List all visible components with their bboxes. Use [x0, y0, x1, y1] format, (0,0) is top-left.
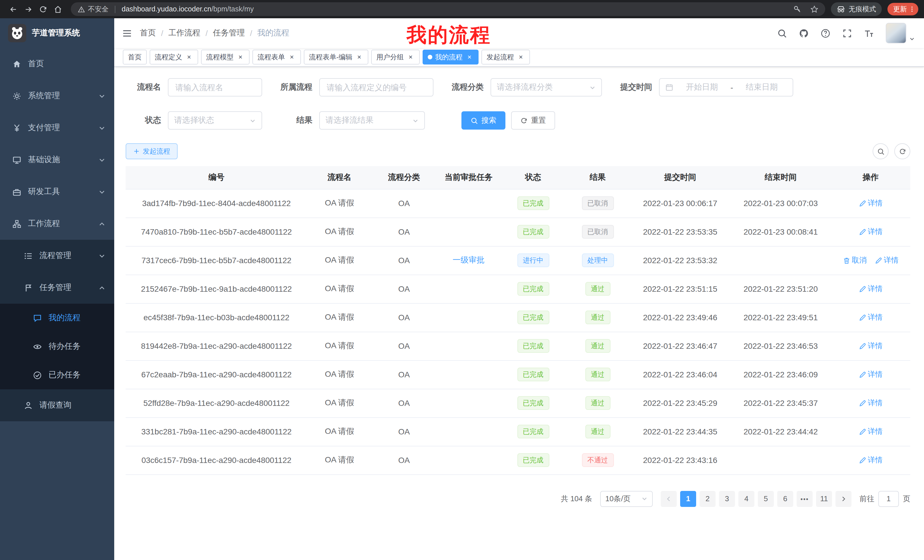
page-button[interactable]: 6	[777, 491, 793, 507]
action-detail[interactable]: 详情	[859, 284, 883, 294]
prev-page-button[interactable]	[661, 491, 677, 507]
breadcrumb-item[interactable]: 首页/	[140, 28, 168, 38]
task-link[interactable]: 一级审批	[453, 255, 484, 264]
page-button[interactable]: 5	[758, 491, 774, 507]
sidebar-item-process-mgmt[interactable]: 流程管理	[0, 240, 114, 272]
fullscreen-icon[interactable]	[842, 28, 852, 38]
cell-category: OA	[372, 360, 436, 389]
update-button[interactable]: 更新	[888, 3, 918, 15]
sidebar-item-leave-query[interactable]: 请假查询	[0, 389, 114, 421]
status-select[interactable]: 请选择状态	[168, 111, 262, 130]
header-search-icon[interactable]	[777, 28, 787, 38]
tab-close-icon[interactable]: ×	[465, 53, 473, 61]
address-bar[interactable]: 不安全 dashboard.yudao.iocoder.cn/bpm/task/…	[71, 2, 825, 16]
filter-result: 结果 请选择流结果	[280, 111, 425, 130]
action-detail[interactable]: 详情	[859, 312, 883, 322]
page-size-select[interactable]: 10条/页	[600, 491, 653, 507]
tab-close-icon[interactable]: ×	[185, 53, 193, 61]
cell-id: 7317cec6-7b9b-11ec-b5b7-acde48001122	[126, 246, 307, 275]
sidebar-item-task-mgmt[interactable]: 任务管理	[0, 272, 114, 304]
process-name-input[interactable]	[168, 78, 262, 96]
action-detail[interactable]: 详情	[859, 369, 883, 380]
tab[interactable]: 我的流程×	[423, 49, 478, 64]
search-button[interactable]: 搜索	[461, 111, 506, 130]
hamburger-icon[interactable]	[114, 18, 140, 48]
menu-label: 研发工具	[28, 187, 92, 197]
tab[interactable]: 流程表单×	[252, 49, 301, 64]
category-select[interactable]: 请选择流程分类	[490, 78, 602, 96]
date-range-picker[interactable]: 开始日期 - 结束日期	[659, 78, 793, 96]
reset-button[interactable]: 重置	[511, 111, 555, 130]
tab[interactable]: 流程定义×	[150, 49, 198, 64]
breadcrumb-item[interactable]: 工作流程/	[168, 28, 213, 38]
tab[interactable]: 流程模型×	[201, 49, 249, 64]
next-page-button[interactable]	[836, 491, 852, 507]
action-cancel[interactable]: 取消	[843, 255, 867, 265]
action-icon	[859, 228, 866, 235]
security-chip[interactable]: 不安全	[78, 4, 108, 14]
goto-page-input[interactable]	[878, 491, 899, 507]
main-area: 首页/工作流程/任务管理/我的流程 首页流程定义×流程模型×流程表单×流程表单-…	[114, 18, 924, 560]
tab-close-icon[interactable]: ×	[355, 53, 363, 61]
user-menu[interactable]	[886, 23, 915, 43]
breadcrumb-item[interactable]: 任务管理/	[213, 28, 258, 38]
bookmark-star-icon[interactable]	[810, 5, 818, 13]
result-select[interactable]: 请选择流结果	[319, 111, 425, 130]
action-detail[interactable]: 详情	[859, 455, 883, 465]
forward-icon[interactable]	[21, 2, 35, 16]
action-detail[interactable]: 详情	[859, 398, 883, 408]
process-def-input[interactable]	[319, 78, 434, 96]
sidebar-item-infra[interactable]: 基础设施	[0, 144, 114, 176]
result-tag: 不通过	[582, 453, 614, 467]
tab-close-icon[interactable]: ×	[406, 53, 415, 61]
password-key-icon[interactable]	[793, 5, 801, 13]
status-tag: 已完成	[517, 282, 549, 296]
tab-close-icon[interactable]: ×	[517, 53, 525, 61]
sidebar-item-done-task[interactable]: 已办任务	[0, 361, 114, 389]
tab-close-icon[interactable]: ×	[288, 53, 296, 61]
font-size-icon[interactable]	[864, 28, 874, 38]
total-count: 共 104 条	[561, 494, 592, 504]
cell-id: ec45f38f-7b9a-11ec-b03b-acde48001122	[126, 303, 307, 332]
app-frame: 芋道管理系统 首页 系统管理 支付管理 基础设施 研发工具 工作流程 流程管理 …	[0, 18, 924, 560]
github-icon[interactable]	[799, 28, 808, 38]
sidebar-item-system[interactable]: 系统管理	[0, 80, 114, 112]
action-detail[interactable]: 详情	[859, 198, 883, 208]
action-detail[interactable]: 详情	[859, 427, 883, 437]
page-button[interactable]: 3	[719, 491, 735, 507]
docs-help-icon[interactable]	[820, 28, 830, 38]
tab-label: 流程模型	[206, 52, 234, 62]
sidebar-item-todo-task[interactable]: 待办任务	[0, 332, 114, 361]
reload-icon[interactable]	[35, 2, 50, 16]
tab-close-icon[interactable]: ×	[236, 53, 244, 61]
browser-home-icon[interactable]	[50, 2, 65, 16]
table-toolbar: 发起流程	[126, 143, 910, 159]
create-process-button[interactable]: 发起流程	[126, 143, 178, 159]
search-icon	[877, 148, 884, 155]
action-detail[interactable]: 详情	[874, 255, 898, 265]
arrow-left-icon	[665, 495, 672, 502]
action-detail[interactable]: 详情	[859, 227, 883, 237]
page-button[interactable]: 1	[680, 491, 696, 507]
app-logo[interactable]: 芋道管理系统	[0, 18, 114, 48]
sidebar-item-home[interactable]: 首页	[0, 48, 114, 80]
sidebar-item-devtools[interactable]: 研发工具	[0, 176, 114, 208]
tab[interactable]: 用户分组×	[371, 49, 420, 64]
tab[interactable]: 发起流程×	[482, 49, 530, 64]
sidebar-item-workflow[interactable]: 工作流程	[0, 208, 114, 240]
action-icon	[859, 371, 866, 378]
column-header: 编号	[126, 166, 307, 189]
page-button[interactable]: 11	[816, 491, 832, 507]
page-button[interactable]: 2	[700, 491, 716, 507]
tab[interactable]: 首页	[123, 49, 147, 64]
tab[interactable]: 流程表单-编辑×	[304, 49, 368, 64]
page-button[interactable]: •••	[796, 491, 813, 507]
refresh-table-button[interactable]	[894, 143, 910, 159]
action-detail[interactable]: 详情	[859, 341, 883, 351]
result-tag: 通过	[585, 282, 610, 296]
sidebar-item-payment[interactable]: 支付管理	[0, 112, 114, 144]
back-icon[interactable]	[6, 2, 21, 16]
page-button[interactable]: 4	[738, 491, 754, 507]
toggle-search-button[interactable]	[873, 143, 889, 159]
sidebar-item-my-process[interactable]: 我的流程	[0, 304, 114, 332]
